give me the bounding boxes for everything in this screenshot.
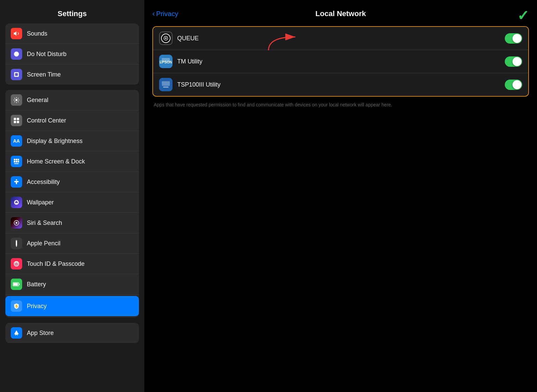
app-list: QUEUE EPSON TM Utility <box>152 26 529 97</box>
touchidpasscode-icon <box>11 258 22 270</box>
sidebar-title: Settings <box>8 9 136 18</box>
svg-rect-13 <box>14 163 19 164</box>
controlcenter-label: Control Center <box>27 117 66 124</box>
sidebar-group-2: General Control Center AA Display & Brig… <box>5 90 139 317</box>
touchidpasscode-label: Touch ID & Passcode <box>27 260 85 267</box>
queue-toggle[interactable] <box>505 33 522 44</box>
sounds-icon <box>11 28 22 39</box>
svg-rect-35 <box>162 81 170 86</box>
svg-point-17 <box>16 223 17 223</box>
tmutility-toggle-knob <box>512 57 522 66</box>
privacy-label: Privacy <box>27 303 47 310</box>
svg-point-29 <box>164 36 168 40</box>
svg-rect-10 <box>14 161 15 162</box>
battery-icon <box>11 279 22 290</box>
queue-app-name: QUEUE <box>177 35 505 42</box>
tsp100-app-name: TSP100III Utility <box>177 81 505 88</box>
wallpaper-icon <box>11 197 22 208</box>
sidebar-item-appstore[interactable]: App Store <box>5 323 139 343</box>
sidebar-item-general[interactable]: General <box>5 90 139 110</box>
sidebar-item-touchidpasscode[interactable]: Touch ID & Passcode <box>5 254 139 274</box>
svg-rect-12 <box>18 161 19 162</box>
sidebar-item-battery[interactable]: Battery <box>5 274 139 295</box>
checkmark-icon: ✓ <box>517 7 529 24</box>
displaybrightness-icon: AA <box>11 135 22 147</box>
svg-rect-6 <box>17 121 19 123</box>
homescreendock-icon <box>11 156 22 167</box>
svg-point-30 <box>165 38 166 39</box>
svg-rect-7 <box>14 159 15 160</box>
svg-rect-3 <box>14 118 16 120</box>
applepencil-icon <box>11 238 22 249</box>
panel-header: ‹ Privacy Local Network ✓ <box>144 0 537 23</box>
app-item-tsp100[interactable]: TSP100III Utility <box>153 73 528 96</box>
sidebar-item-wallpaper[interactable]: Wallpaper <box>5 192 139 213</box>
svg-marker-19 <box>16 246 17 247</box>
svg-rect-25 <box>13 283 18 286</box>
tmutility-toggle[interactable] <box>505 56 522 67</box>
sidebar-item-privacy[interactable]: ✋ Privacy <box>5 296 139 316</box>
svg-rect-5 <box>14 121 16 123</box>
wallpaper-label: Wallpaper <box>27 199 54 206</box>
tsp100-toggle-knob <box>512 80 522 89</box>
panel-title: Local Network <box>315 9 366 18</box>
donotdisturb-label: Do Not Disturb <box>27 51 66 58</box>
svg-rect-33 <box>162 58 170 62</box>
sidebar-item-sounds[interactable]: Sounds <box>5 23 139 44</box>
tsp100-toggle[interactable] <box>505 80 522 90</box>
appstore-label: App Store <box>27 330 54 337</box>
general-label: General <box>27 97 48 104</box>
back-button[interactable]: ‹ Privacy <box>152 9 178 18</box>
homescreendock-label: Home Screen & Dock <box>27 158 85 165</box>
queue-icon-inner <box>161 34 170 43</box>
appstore-icon <box>11 327 22 339</box>
svg-point-2 <box>15 99 17 101</box>
applepencil-label: Apple Pencil <box>27 240 60 247</box>
sidebar-item-screentime[interactable]: Screen Time <box>5 64 139 85</box>
svg-rect-36 <box>163 87 168 88</box>
sidebar-item-donotdisturb[interactable]: Do Not Disturb <box>5 44 139 64</box>
svg-rect-9 <box>18 159 19 160</box>
main-panel: ‹ Privacy Local Network ✓ QUEUE <box>144 0 537 392</box>
svg-point-14 <box>16 179 17 181</box>
tmutility-app-icon: EPSON <box>159 55 173 68</box>
tsp100-app-icon <box>159 78 173 91</box>
sidebar-group-3: App Store <box>5 323 139 343</box>
sirisearch-label: Siri & Search <box>27 219 62 227</box>
sidebar-item-sirisearch[interactable]: Siri & Search <box>5 213 139 233</box>
sirisearch-icon <box>11 217 22 229</box>
app-item-tmutility[interactable]: EPSON TM Utility <box>153 50 528 73</box>
app-item-queue[interactable]: QUEUE <box>153 27 528 50</box>
accessibility-icon <box>11 176 22 188</box>
sounds-label: Sounds <box>27 30 47 37</box>
sidebar-item-controlcenter[interactable]: Control Center <box>5 110 139 131</box>
donotdisturb-icon <box>11 48 22 60</box>
general-icon <box>11 94 22 106</box>
screentime-label: Screen Time <box>27 71 61 78</box>
svg-rect-11 <box>16 161 17 162</box>
sidebar: Settings Sounds Do Not Disturb <box>0 0 144 392</box>
back-chevron-icon: ‹ <box>152 9 155 18</box>
sidebar-item-homescreendock[interactable]: Home Screen & Dock <box>5 151 139 172</box>
svg-text:✋: ✋ <box>15 304 19 308</box>
svg-point-23 <box>16 263 17 264</box>
svg-rect-4 <box>17 118 19 120</box>
accessibility-label: Accessibility <box>27 179 60 186</box>
tmutility-app-name: TM Utility <box>177 58 505 65</box>
svg-rect-26 <box>19 284 20 285</box>
sidebar-item-accessibility[interactable]: Accessibility <box>5 172 139 192</box>
sidebar-item-displaybrightness[interactable]: AA Display & Brightness <box>5 131 139 151</box>
panel-content: QUEUE EPSON TM Utility <box>144 23 537 392</box>
queue-toggle-knob <box>512 34 522 43</box>
svg-rect-1 <box>15 73 18 76</box>
sidebar-item-applepencil[interactable]: Apple Pencil <box>5 233 139 254</box>
svg-rect-18 <box>16 240 17 246</box>
controlcenter-icon <box>11 115 22 126</box>
screentime-icon <box>11 69 22 80</box>
privacy-icon: ✋ <box>11 300 22 312</box>
sidebar-group-1: Sounds Do Not Disturb Screen Time <box>5 23 139 85</box>
local-network-description: Apps that have requested permission to f… <box>152 97 529 108</box>
sidebar-header: Settings <box>0 0 144 23</box>
svg-rect-20 <box>16 240 17 241</box>
queue-app-icon <box>159 32 173 45</box>
